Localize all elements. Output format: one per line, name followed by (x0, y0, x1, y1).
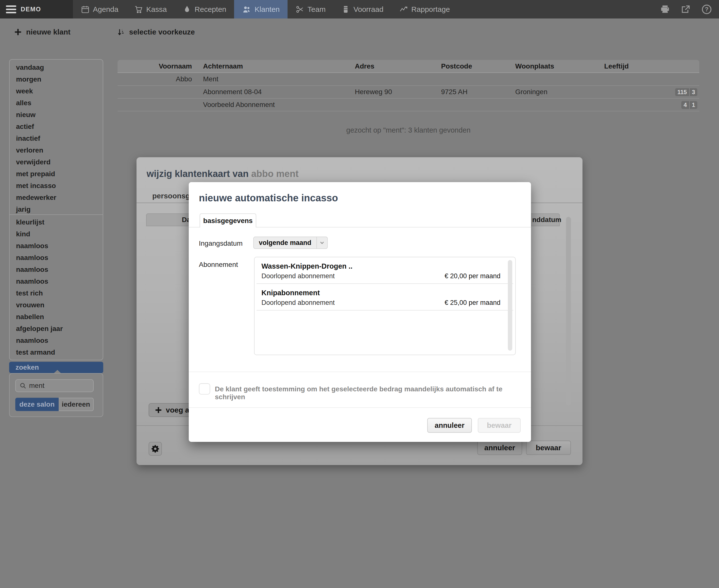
dialog-scrollbar[interactable] (566, 217, 571, 405)
sidebar-item-naamloos[interactable]: naamloos (9, 264, 103, 275)
sidebar-item-test-rich[interactable]: test rich (9, 287, 103, 299)
header-voornaam[interactable]: Voornaam (118, 60, 192, 72)
table-header-row: Voornaam Achternaam Adres Postcode Woonp… (118, 60, 699, 73)
nav-item-team[interactable]: Team (288, 0, 333, 19)
sidebar-item-kind[interactable]: kind (9, 228, 103, 240)
header-leeftijd[interactable]: Leeftijd (604, 60, 629, 72)
new-client-label: nieuwe klant (26, 28, 70, 36)
sidebar-item-kleurlijst[interactable]: kleurlijst (9, 216, 103, 228)
printer-icon[interactable] (660, 4, 670, 15)
badge-value-a: 4 (681, 101, 689, 109)
sidebar-item-met-prepaid[interactable]: met prepaid (9, 168, 103, 180)
nav-item-rapportage[interactable]: Rapportage (391, 0, 458, 19)
sidebar-item-afgelopen-jaar[interactable]: afgelopen jaar (9, 323, 103, 335)
table-row[interactable]: Abonnement 08-04 Hereweg 90 9725 AH Gron… (118, 86, 699, 99)
clients-table: Voornaam Achternaam Adres Postcode Woonp… (118, 60, 699, 111)
brand-label: DEMO (21, 6, 41, 13)
subscription-count-badge: 1153 (675, 88, 697, 96)
nav-item-voorraad[interactable]: Voorraad (333, 0, 391, 19)
selection-preference-button[interactable]: selectie voorkeuze (117, 25, 195, 39)
gear-icon (151, 444, 160, 453)
header-woonplaats[interactable]: Woonplaats (515, 60, 554, 72)
table-row[interactable]: Voorbeeld Abonnement 41 (118, 99, 699, 111)
dialog-save-button[interactable]: bewaar (526, 441, 571, 455)
sidebar-item-met-incasso[interactable]: met incasso (9, 180, 103, 192)
nav-item-label: Recepten (195, 5, 226, 14)
dialog-cancel-button[interactable]: annuleer (477, 441, 522, 455)
sidebar-item-morgen[interactable]: morgen (9, 74, 103, 85)
subscription-list-scrollbar[interactable] (508, 260, 512, 351)
help-icon[interactable]: ? (701, 4, 712, 15)
subscription-list: Wassen-Knippen-Drogen .. Doorlopend abon… (254, 257, 516, 355)
nav-item-recepten[interactable]: Recepten (175, 0, 234, 19)
hamburger-menu-icon[interactable] (6, 5, 16, 13)
cell-achternaam: Voorbeeld Abonnement (203, 99, 275, 111)
plus-icon (14, 28, 22, 36)
cart-icon (134, 5, 143, 14)
dialog-title: wijzig klantenkaart van abbo ment (147, 169, 299, 179)
dialog-title-prefix: wijzig klantenkaart van (147, 169, 251, 179)
new-incasso-modal: nieuwe automatische incasso basisgegeven… (189, 182, 531, 442)
nav-brand-section: DEMO (0, 0, 73, 19)
subscription-option[interactable]: Knipabonnement Doorlopend abonnement € 2… (255, 284, 515, 311)
header-achternaam[interactable]: Achternaam (203, 60, 243, 72)
tab-basisgegevens[interactable]: basisgegevens (199, 213, 256, 228)
nav-item-kassa[interactable]: Kassa (126, 0, 174, 19)
segment-deze-salon[interactable]: deze salon (15, 398, 59, 411)
sidebar-item-week[interactable]: week (9, 85, 103, 97)
abonnement-label: Abonnement (199, 261, 238, 269)
ingangsdatum-label: Ingangsdatum (199, 239, 242, 247)
badge-value-b: 3 (689, 88, 697, 96)
sidebar-item-naamloos[interactable]: naamloos (9, 335, 103, 346)
nav-item-klanten[interactable]: Klanten (234, 0, 288, 19)
nav-item-label: Kassa (146, 5, 167, 14)
search-result-text: gezocht op "ment": 3 klanten gevonden (118, 126, 699, 134)
droplet-icon (183, 5, 191, 14)
header-adres[interactable]: Adres (355, 60, 374, 72)
ingangsdatum-select[interactable]: volgende maand (253, 236, 328, 249)
header-postcode[interactable]: Postcode (441, 60, 472, 72)
sidebar-item-inactief[interactable]: inactief (9, 132, 103, 144)
segment-iedereen[interactable]: iedereen (59, 398, 93, 411)
sidebar-item-verloren[interactable]: verloren (9, 144, 103, 156)
share-icon[interactable] (681, 4, 691, 15)
nav-item-agenda[interactable]: Agenda (73, 0, 126, 19)
sidebar-item-nieuw[interactable]: nieuw (9, 109, 103, 121)
subscription-name: Wassen-Knippen-Drogen .. (261, 262, 501, 270)
sidebar-item-verwijderd[interactable]: verwijderd (9, 156, 103, 168)
settings-button[interactable] (149, 442, 162, 456)
search-scope-segments: deze salon iedereen (15, 398, 93, 411)
table-row[interactable]: Abbo Ment (118, 73, 699, 86)
new-client-button[interactable]: nieuwe klant (14, 25, 70, 39)
sidebar-item-vrouwen[interactable]: vrouwen (9, 299, 103, 311)
plus-icon (154, 406, 162, 414)
consent-checkbox[interactable] (199, 383, 210, 395)
tab-persoonsgegevens[interactable]: persoonsge (152, 192, 194, 203)
sidebar-item-medewerker[interactable]: medewerker (9, 192, 103, 204)
sidebar-item-actief[interactable]: actief (9, 121, 103, 132)
sidebar-item-jarig[interactable]: jarig (9, 204, 103, 215)
sidebar-item-naamloos[interactable]: naamloos (9, 252, 103, 264)
sidebar-item-nabellen[interactable]: nabellen (9, 311, 103, 323)
sidebar-item-zoeken-active[interactable]: zoeken (9, 362, 103, 373)
sidebar-group-1: vandaag morgen week alles nieuw actief i… (9, 62, 103, 215)
selection-preference-label: selectie voorkeuze (129, 28, 195, 36)
sidebar-item-alles[interactable]: alles (9, 97, 103, 109)
nav-item-label: Klanten (255, 5, 280, 14)
subscription-option[interactable]: Wassen-Knippen-Drogen .. Doorlopend abon… (255, 257, 515, 284)
modal-cancel-button[interactable]: annuleer (427, 418, 472, 433)
sidebar-item-test-armand[interactable]: test armand (9, 346, 103, 358)
modal-title: nieuwe automatische incasso (199, 192, 338, 204)
sidebar-item-naamloos[interactable]: naamloos (9, 240, 103, 252)
modal-save-button-disabled[interactable]: bewaar (478, 418, 521, 433)
cell-adres: Hereweg 90 (355, 86, 392, 98)
search-input[interactable] (29, 382, 90, 390)
search-icon (19, 382, 27, 390)
nav-right-icons: ? (660, 0, 719, 19)
sidebar-item-vandaag[interactable]: vandaag (9, 62, 103, 74)
sidebar-group-2: kleurlijst kind naamloos naamloos naamlo… (9, 216, 103, 358)
search-input-wrap (15, 379, 93, 392)
cell-achternaam: Ment (203, 73, 218, 85)
people-icon (242, 5, 251, 14)
sidebar-item-naamloos[interactable]: naamloos (9, 275, 103, 287)
